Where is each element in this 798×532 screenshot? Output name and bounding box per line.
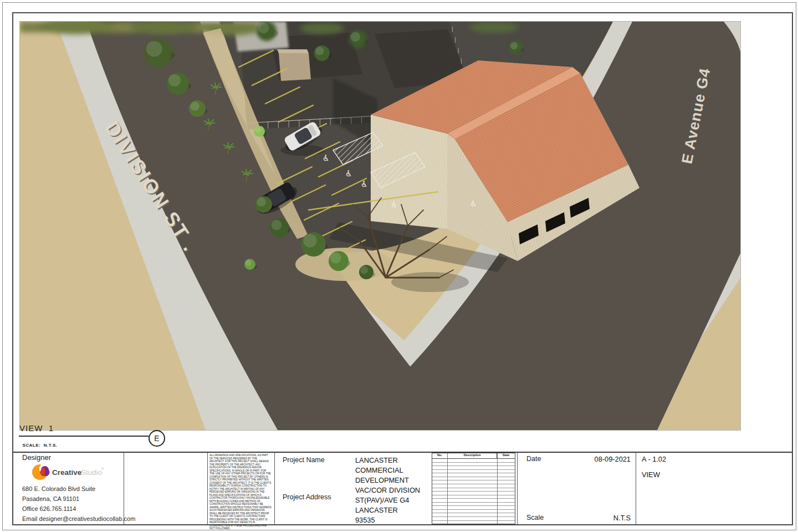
designer-heading: Designer	[22, 453, 51, 462]
title-block-divider	[274, 453, 275, 524]
view-title-underline	[19, 436, 149, 437]
revision-row	[432, 521, 515, 524]
designer-email: Email designer@creativestudiocollab.com	[22, 515, 135, 522]
creative-studio-logo: Creative Studio ®	[31, 462, 120, 484]
rendering-viewport: ♿ ♿ ♿ ♿ ♿ DIVISION ST . DIVISION ST . E …	[19, 21, 741, 431]
logo-text-light: Studio	[81, 468, 102, 477]
project-name-value: LANCASTER COMMERCIAL DEVELOPMENT	[355, 456, 409, 485]
revision-grid-line	[497, 453, 498, 524]
date-label: Date	[526, 455, 541, 463]
drawing-sheet: { "page": { "view_label": "VIEW 1", "sca…	[0, 0, 798, 532]
revision-rows	[432, 459, 515, 524]
project-address-label: Project Address	[283, 493, 331, 501]
callout-leader-line	[139, 436, 150, 437]
callout-letter: E	[154, 434, 159, 443]
logo-trademark: ®	[101, 467, 104, 470]
revision-table: No. Description Date	[432, 453, 515, 524]
revision-table-header: No. Description Date	[432, 453, 515, 459]
title-block-divider	[636, 453, 636, 524]
legal-disclaimer: ALL DRAWINGS AND SPECIFICATIONS, AS PART…	[209, 454, 272, 530]
logo-mark-icon	[32, 463, 52, 480]
designer-address-line2: Pasadena, CA 91101	[22, 495, 79, 502]
revision-col-description: Description	[448, 453, 497, 458]
date-value: 08-09-2021	[565, 455, 631, 463]
title-block-top-rule	[12, 452, 792, 453]
sheet-number: A - 1.02	[642, 455, 666, 463]
revision-col-no: No.	[432, 453, 448, 458]
title-block-divider	[124, 453, 124, 524]
view-callout-circle: E	[149, 430, 165, 447]
view-title: VIEW 1	[19, 423, 54, 433]
revision-col-date: Date	[497, 453, 515, 458]
logo-text-bold: Creative	[52, 468, 82, 477]
project-name-label: Project Name	[283, 456, 325, 464]
designer-phone: Office 626.765.1114	[22, 505, 76, 512]
title-block-divider	[207, 453, 208, 524]
site-rendering: ♿ ♿ ♿ ♿ ♿ DIVISION ST . DIVISION ST . E …	[20, 22, 740, 430]
scale-value: N.T.S	[565, 514, 631, 522]
view-scale-value: N.T.S.	[44, 443, 58, 448]
scale-label: Scale	[526, 514, 544, 521]
revision-grid-line	[447, 453, 448, 524]
view-scale-note: SCALE: N.T.S.	[19, 438, 57, 448]
sheet-title: VIEW	[642, 470, 660, 479]
view-scale-label: SCALE:	[22, 443, 40, 448]
designer-address-line1: 680 E. Colorado Blvd Suite	[22, 485, 95, 492]
project-address-value: VAC/COR DIVISION ST(PAV)/AVE G4 LANCASTE…	[355, 485, 420, 525]
small-shed	[279, 53, 311, 81]
title-block-divider	[517, 453, 518, 524]
